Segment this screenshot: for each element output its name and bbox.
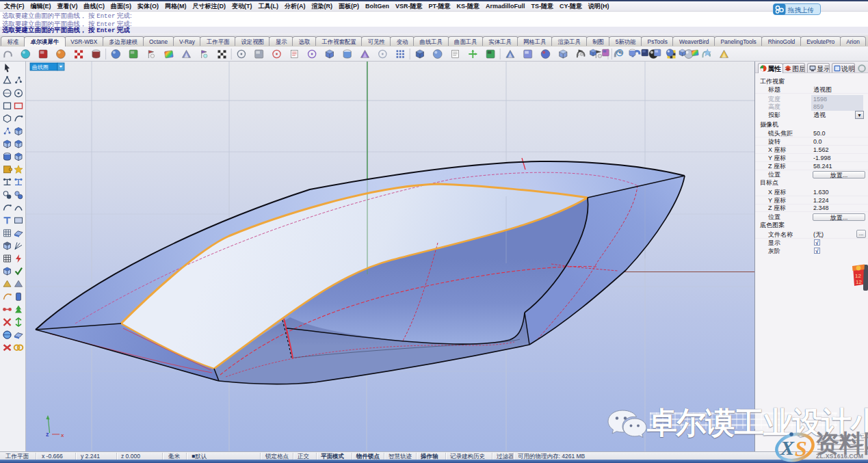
svg-text:ZL.XS1616.COM: ZL.XS1616.COM <box>816 453 863 460</box>
svg-text:z: z <box>46 431 49 438</box>
svg-text:x: x <box>61 432 64 438</box>
svg-text:X: X <box>780 436 795 459</box>
svg-text:曲线圈: 曲线圈 <box>32 64 49 70</box>
svg-text:12: 12 <box>855 273 861 279</box>
svg-text:S: S <box>795 436 807 461</box>
svg-text:12: 12 <box>856 279 862 285</box>
svg-text:拖拽上传: 拖拽上传 <box>787 6 814 14</box>
